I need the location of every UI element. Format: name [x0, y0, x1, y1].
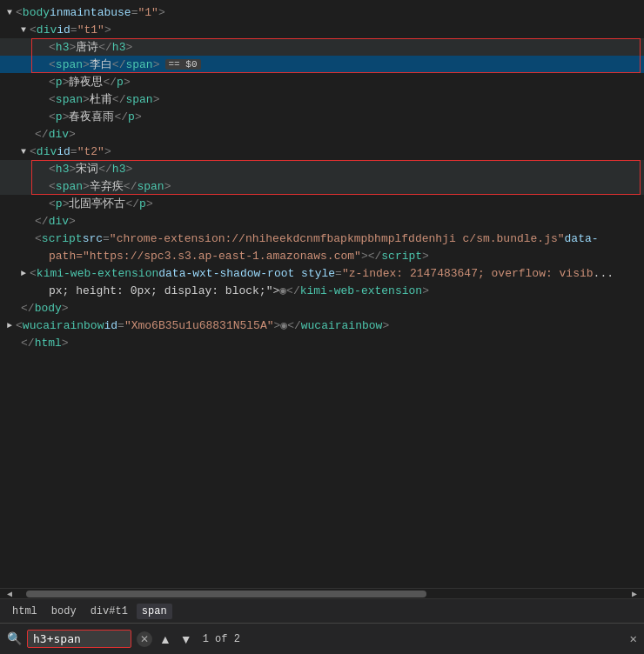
- token-bracket: <: [49, 58, 56, 71]
- token-tag: p: [56, 110, 63, 123]
- token-text: 辛弃疾: [90, 178, 124, 194]
- token-bracket: <: [35, 232, 42, 245]
- token-text: 杜甫: [90, 91, 112, 107]
- token-bracket: >: [104, 23, 111, 37]
- token-tag: p: [56, 197, 63, 210]
- horizontal-scrollbar[interactable]: ◀ ▶: [0, 588, 644, 598]
- breadcrumb-html[interactable]: html: [7, 604, 43, 619]
- search-close-button[interactable]: ✕: [630, 631, 637, 646]
- scrollbar-thumb[interactable]: [26, 591, 426, 597]
- token-bracket: </: [103, 76, 117, 89]
- code-line: ►<kimi-web-extension data-wxt-shadow-roo…: [0, 264, 644, 282]
- token-tag: p: [128, 110, 135, 123]
- token-bracket: </: [114, 110, 128, 123]
- token-bracket: =: [70, 23, 77, 37]
- token-attr: data-: [565, 232, 599, 245]
- token-bracket: >: [69, 163, 76, 176]
- triangle-icon[interactable]: ►: [21, 269, 26, 278]
- token-tag: h3: [112, 41, 126, 54]
- triangle-icon: [21, 217, 31, 226]
- token-tag: h3: [56, 163, 70, 176]
- token-text: 唐诗: [76, 39, 98, 55]
- token-tag: script: [42, 232, 83, 245]
- code-line: </div>: [0, 125, 644, 143]
- triangle-icon[interactable]: ▼: [21, 147, 26, 157]
- token-bracket: <: [49, 197, 56, 210]
- triangle-icon: [35, 251, 45, 261]
- search-input[interactable]: [27, 630, 131, 648]
- token-bracket: <: [30, 23, 37, 37]
- triangle-icon[interactable]: ►: [7, 321, 12, 330]
- breadcrumb-span[interactable]: span: [137, 604, 172, 619]
- token-bracket: >: [124, 76, 131, 89]
- token-bracket: >: [125, 163, 132, 176]
- token-bracket: >: [422, 284, 429, 297]
- token-value: "z-index: 2147483647; overflow: visib: [342, 267, 594, 280]
- code-line: </html>: [0, 334, 644, 351]
- code-line: <span>李白</span> == $0: [0, 56, 644, 73]
- token-bracket: </: [35, 128, 49, 141]
- token-bracket: >: [104, 145, 111, 158]
- token-bracket: <: [16, 6, 23, 19]
- token-bracket: <: [49, 180, 56, 193]
- search-prev-button[interactable]: ▲: [158, 631, 173, 648]
- token-tag: wucairainbow: [301, 319, 383, 332]
- token-bracket: >: [62, 302, 69, 315]
- token-tag: span: [56, 93, 83, 106]
- token-bracket: <: [16, 319, 23, 332]
- triangle-icon: [7, 338, 17, 348]
- token-tag: kimi-web-extension: [300, 284, 422, 297]
- token-value: path="https://spc3.s3.ap-east-1.amazonaw…: [49, 250, 361, 263]
- search-next-button[interactable]: ▼: [178, 631, 194, 648]
- token-text: 宋词: [76, 161, 98, 177]
- search-clear-button[interactable]: ✕: [137, 631, 152, 647]
- search-icon[interactable]: 🔍: [7, 631, 22, 646]
- token-bracket: <: [30, 145, 37, 158]
- triangle-icon: [35, 43, 45, 52]
- code-line: ▼<body inmaintabuse="1">: [0, 3, 644, 21]
- token-bracket: >: [69, 128, 76, 141]
- triangle-icon: [35, 164, 45, 174]
- scroll-right-arrow[interactable]: ▶: [632, 589, 637, 599]
- token-bracket: =: [70, 145, 77, 158]
- token-attr: data-wxt-shadow-root style: [158, 267, 335, 280]
- code-line: <p>北固亭怀古</p>: [0, 195, 644, 212]
- token-bracket: >: [83, 58, 90, 71]
- token-bracket: ◉: [279, 284, 286, 297]
- code-line: <h3> 宋词 </h3>: [0, 160, 644, 177]
- code-line: </div>: [0, 212, 644, 230]
- code-line: <script src="chrome-extension://nhiheekd…: [0, 230, 644, 247]
- token-value: "t2": [77, 145, 104, 158]
- token-tag: html: [35, 337, 62, 350]
- code-line: </body>: [0, 299, 644, 317]
- triangle-icon: [35, 182, 45, 191]
- triangle-icon[interactable]: ▼: [7, 8, 12, 17]
- token-tag: div: [49, 128, 69, 141]
- token-attr: id: [57, 145, 70, 158]
- token-value: "1": [138, 6, 158, 19]
- token-tag: kimi-web-extension: [37, 267, 158, 280]
- token-bracket: </: [112, 93, 126, 106]
- code-line: ▼<div id="t1">: [0, 21, 644, 38]
- token-bracket: <: [49, 163, 56, 176]
- token-bracket: </: [112, 58, 126, 71]
- code-line: path="https://spc3.s3.ap-east-1.amazonaw…: [0, 247, 644, 264]
- token-tag: script: [381, 250, 422, 263]
- scroll-left-arrow[interactable]: ◀: [7, 589, 12, 599]
- breadcrumb-div-t1[interactable]: div#t1: [85, 604, 133, 619]
- triangle-icon: [7, 304, 17, 313]
- token-attr: id: [57, 23, 70, 37]
- token-tag: div: [49, 215, 69, 228]
- triangle-icon[interactable]: ▼: [21, 25, 26, 35]
- breadcrumb-body[interactable]: body: [46, 604, 82, 619]
- token-bracket: =: [335, 267, 342, 280]
- token-text: 春夜喜雨: [69, 109, 114, 124]
- token-tag: span: [125, 58, 152, 71]
- code-line: <p>静夜思</p>: [0, 73, 644, 90]
- token-bracket: </: [286, 284, 300, 297]
- token-tag: body: [23, 6, 50, 19]
- token-tag: div: [37, 145, 57, 158]
- token-bracket: >: [153, 93, 160, 106]
- token-bracket: >: [382, 319, 389, 332]
- dom-tree: ▼<body inmaintabuse="1">▼<div id="t1"> <…: [0, 0, 644, 355]
